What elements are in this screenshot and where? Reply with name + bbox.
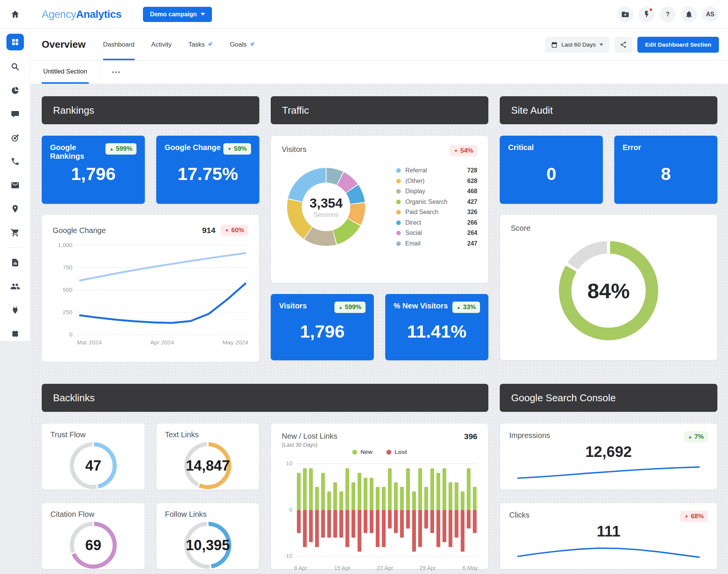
y-tick-label: 1,000 xyxy=(58,242,72,249)
search-icon[interactable] xyxy=(8,59,23,74)
bar-pair xyxy=(327,464,331,556)
lost-bar xyxy=(473,510,477,533)
change-badge: ▼59% xyxy=(223,143,251,155)
bar-pair xyxy=(333,464,337,556)
text-links-card: Text Links 14,847 xyxy=(156,423,259,490)
date-range-label: Last 60 Days xyxy=(562,41,596,48)
page-tabs: Dashboard Activity Tasks Goals xyxy=(103,29,255,60)
tab-tasks[interactable]: Tasks xyxy=(188,29,213,60)
metric-value: 11.41% xyxy=(385,321,488,342)
export-folder-icon[interactable] xyxy=(617,6,633,22)
x-tick-label: 22 Apr xyxy=(377,565,393,571)
metric-value: 1,796 xyxy=(271,321,374,342)
bar-pair xyxy=(430,464,434,556)
share-icon[interactable] xyxy=(615,37,632,53)
y-axis-labels: 1,0007505002500 xyxy=(53,242,77,338)
lost-bar xyxy=(424,510,428,529)
target-seo-icon[interactable] xyxy=(8,131,23,145)
new-bar xyxy=(345,468,349,510)
legend-dot xyxy=(396,241,401,246)
users-icon[interactable] xyxy=(8,279,23,294)
arrow-up-icon: ▲ xyxy=(339,305,343,310)
bar-pair xyxy=(442,464,446,556)
tab-goals[interactable]: Goals xyxy=(230,29,255,60)
bar-pair xyxy=(436,464,440,556)
chart-title: Score xyxy=(511,224,530,232)
y-tick-label: 250 xyxy=(63,309,72,316)
lost-bar xyxy=(394,510,398,533)
chart-title: Google Change xyxy=(53,226,106,235)
notifications-bell-icon[interactable] xyxy=(681,6,697,22)
chart-title: New / Lost Links xyxy=(282,432,337,441)
bars xyxy=(297,464,477,556)
clover-icon[interactable] xyxy=(8,327,23,341)
new-bar xyxy=(327,491,331,510)
legend-value: 468 xyxy=(467,188,477,195)
location-pin-icon[interactable] xyxy=(8,202,23,216)
plug-icon[interactable] xyxy=(8,303,23,317)
clicks-card: Clicks ▼68% 111 xyxy=(500,503,717,569)
help-icon[interactable]: ? xyxy=(660,6,676,22)
metric-value: 17.75% xyxy=(156,163,259,184)
bar-pair xyxy=(315,464,319,556)
phone-icon[interactable] xyxy=(8,154,23,169)
legend-label: Display xyxy=(405,188,425,195)
backlinks-header: Backlinks xyxy=(42,384,488,412)
legend-label: Direct xyxy=(405,219,421,226)
change-badge: ▼54% xyxy=(450,145,477,156)
change-badge: ▲33% xyxy=(452,302,480,313)
y-axis-labels: 100-10 xyxy=(282,458,296,561)
legend-dot xyxy=(396,179,401,183)
lost-bar xyxy=(412,510,416,552)
new-bar xyxy=(430,468,434,510)
bar-pair xyxy=(424,464,428,556)
home-icon[interactable] xyxy=(10,9,20,19)
section-tab-untitled[interactable]: Untitled Section xyxy=(42,61,89,84)
legend-item: Paid Search326 xyxy=(396,209,477,216)
lost-bar xyxy=(309,510,313,542)
metric-label: % New Visitors xyxy=(394,302,448,310)
page-header: Overview Dashboard Activity Tasks Goals … xyxy=(30,29,728,61)
legend-item: Display468 xyxy=(396,188,477,195)
rankings-header: Rankings xyxy=(42,96,259,124)
new-bar xyxy=(455,482,458,510)
user-avatar[interactable]: AS xyxy=(702,6,718,22)
chart-value: 396 xyxy=(464,432,477,441)
score-value: 84% xyxy=(587,278,630,303)
impressions-card: Impressions ▲7% 12,692 xyxy=(500,423,717,490)
chat-icon[interactable] xyxy=(8,107,23,121)
sparkle-icon xyxy=(207,42,213,47)
chart-subtitle: (Last 30 Days) xyxy=(282,442,337,448)
trust-flow-card: Trust Flow 47 xyxy=(42,423,145,490)
y-tick-label: 500 xyxy=(63,286,72,293)
y-tick-label: -10 xyxy=(284,552,292,559)
text-links-gauge: 14,847 xyxy=(184,442,231,489)
lost-bar xyxy=(436,510,440,547)
tab-activity[interactable]: Activity xyxy=(151,29,172,60)
traffic-section: Traffic Visitors ▼54% 3,354 Sessions xyxy=(271,96,488,371)
more-options-icon[interactable]: ••• xyxy=(112,69,121,76)
tab-dashboard[interactable]: Dashboard xyxy=(103,29,135,60)
legend-dot xyxy=(396,200,401,204)
boost-lightning-icon[interactable] xyxy=(639,6,654,22)
date-range-selector[interactable]: Last 60 Days xyxy=(545,37,609,53)
lost-bar xyxy=(400,510,404,538)
site-audit-section: Site Audit Critical 0 Error 8 Score xyxy=(500,96,717,371)
bar-pair xyxy=(309,464,313,556)
citation-flow-card: Citation Flow 69 xyxy=(42,503,145,569)
report-icon[interactable] xyxy=(8,255,23,270)
campaign-label: Demo campaign xyxy=(150,11,197,18)
google-rankings-card: Google Rankings ▲599% 1,796 xyxy=(42,136,145,204)
bar-chart xyxy=(296,458,477,561)
caret-down-icon xyxy=(201,13,205,16)
lost-bar xyxy=(321,510,325,538)
lost-bar xyxy=(388,510,392,529)
grid-icon[interactable] xyxy=(6,34,24,50)
cart-icon[interactable] xyxy=(8,225,23,240)
mail-icon[interactable] xyxy=(8,178,23,192)
legend-value: 247 xyxy=(467,240,477,247)
lost-bar xyxy=(430,510,434,533)
edit-dashboard-button[interactable]: Edit Dashboard Section xyxy=(637,37,719,53)
pie-chart-icon[interactable] xyxy=(8,83,23,98)
campaign-selector[interactable]: Demo campaign xyxy=(143,7,212,22)
